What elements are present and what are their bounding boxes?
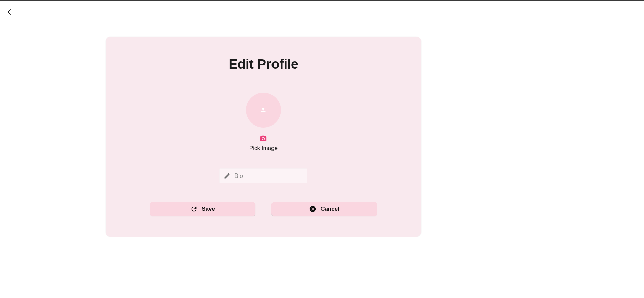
pick-image-button[interactable]: Pick Image xyxy=(249,135,278,152)
cancel-icon xyxy=(309,205,316,213)
camera-icon xyxy=(260,135,267,142)
back-button[interactable] xyxy=(5,7,16,17)
save-button[interactable]: Save xyxy=(150,202,255,216)
button-row: Save Cancel xyxy=(150,202,377,216)
top-strip xyxy=(0,0,644,1)
pencil-icon xyxy=(224,172,230,179)
bio-field-wrapper xyxy=(219,168,307,183)
avatar-placeholder[interactable] xyxy=(246,93,281,128)
pick-image-label: Pick Image xyxy=(249,145,278,152)
arrow-left-icon xyxy=(7,8,15,16)
page-title: Edit Profile xyxy=(229,57,298,72)
cancel-button[interactable]: Cancel xyxy=(271,202,377,216)
cancel-button-label: Cancel xyxy=(320,206,339,212)
person-icon xyxy=(260,107,267,113)
bio-input[interactable] xyxy=(234,172,303,180)
refresh-icon xyxy=(190,205,198,213)
edit-profile-card: Edit Profile Pick Image Save Cancel xyxy=(106,37,421,237)
save-button-label: Save xyxy=(202,206,215,212)
